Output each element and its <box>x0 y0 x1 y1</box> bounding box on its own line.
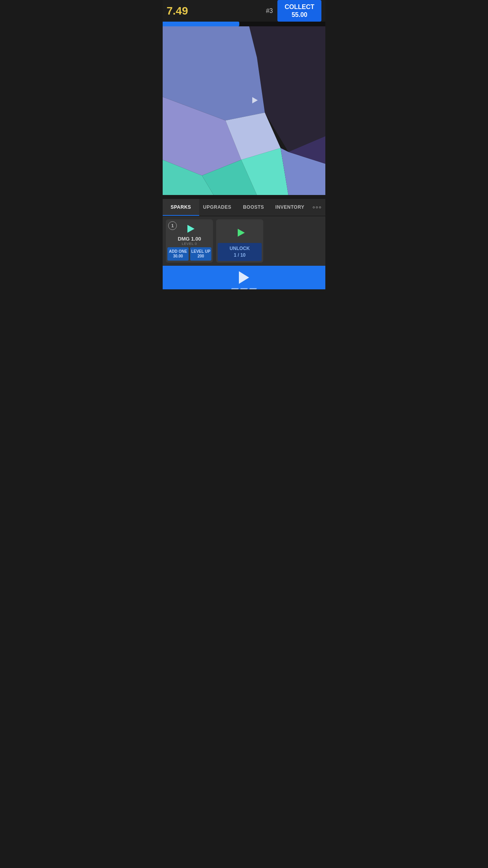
progress-bar-fill <box>163 22 239 26</box>
cards-area: 1 DMG 1.00 LEVEL 0 ADD ONE 30.00 LEVEL U… <box>163 216 325 266</box>
fire-arrow-icon <box>239 271 249 284</box>
tab-sparks[interactable]: SPARKS <box>163 199 199 216</box>
game-area[interactable] <box>163 26 325 195</box>
card-action-buttons: ADD ONE 30.00 LEVEL UP 200 <box>167 247 211 261</box>
hud-bar: 7.49 #3 COLLECT 55.00 <box>163 0 325 22</box>
game-canvas <box>163 26 325 195</box>
progress-bar-container <box>163 22 325 26</box>
add-one-button[interactable]: ADD ONE 30.00 <box>167 247 189 261</box>
tabs-bar: SPARKS UPGRADES BOOSTS INVENTORY <box>163 199 325 216</box>
bottom-fire-bar[interactable] <box>163 266 325 289</box>
tab-boosts[interactable]: BOOSTS <box>235 199 272 216</box>
level-up-button[interactable]: LEVEL UP 200 <box>190 247 211 261</box>
spark-arrow-cyan <box>186 225 193 233</box>
spark-card-1[interactable]: 1 DMG 1.00 LEVEL 0 ADD ONE 30.00 LEVEL U… <box>166 219 213 263</box>
rank-display: #3 <box>266 7 273 15</box>
spark-dmg-label: DMG 1.00 <box>178 236 201 242</box>
tab-inventory[interactable]: INVENTORY <box>272 199 308 216</box>
unlock-button[interactable]: UNLOCK 1 / 10 <box>218 243 262 261</box>
tab-upgrades[interactable]: UPGRADES <box>199 199 236 216</box>
spark-card-2[interactable]: UNLOCK 1 / 10 <box>216 219 263 263</box>
spark-level-label: LEVEL 0 <box>182 242 197 246</box>
more-button[interactable] <box>308 199 325 216</box>
game-cursor-arrow <box>252 97 258 103</box>
score-display: 7.49 <box>167 5 266 17</box>
more-dots-icon <box>313 206 321 208</box>
spark-arrow-green <box>236 229 243 237</box>
collect-button[interactable]: COLLECT 55.00 <box>277 0 321 21</box>
card-number-1: 1 <box>168 221 177 230</box>
